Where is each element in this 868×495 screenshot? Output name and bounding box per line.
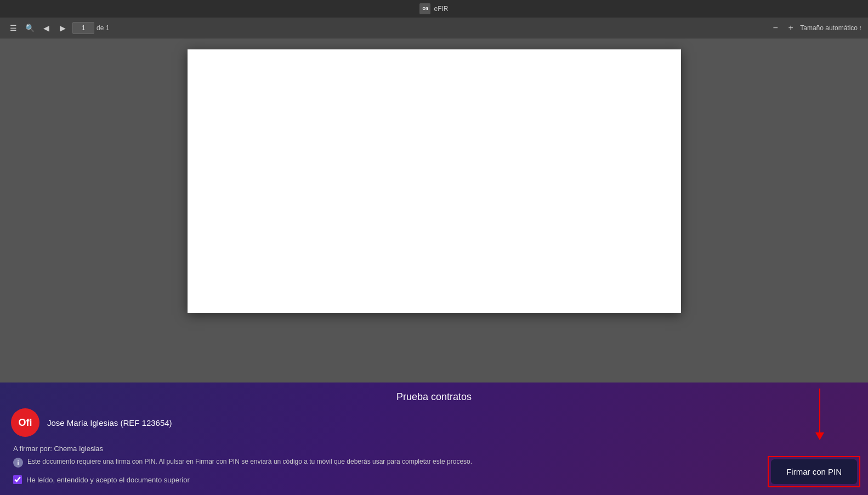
zoom-in-icon: + [788, 23, 793, 33]
next-page-icon: ▶ [60, 24, 66, 32]
zoom-out-button[interactable]: − [769, 22, 781, 34]
search-button[interactable]: 🔍 [23, 21, 36, 35]
toolbar-right: − + Tamaño automático ⁝ [769, 22, 861, 34]
zoom-in-button[interactable]: + [785, 22, 797, 34]
zoom-selector[interactable]: Tamaño automático ⁝ [800, 24, 861, 32]
info-icon: i [13, 458, 23, 468]
sidebar-toggle-button[interactable]: ☰ [7, 21, 20, 35]
pin-notice-text: Este documento requiere una firma con PI… [27, 457, 472, 466]
arrow-annotation [815, 389, 824, 440]
document-title: Prueba contratos [0, 383, 868, 408]
pin-notice: i Este documento requiere una firma con … [13, 457, 857, 468]
next-page-button[interactable]: ▶ [56, 21, 69, 35]
avatar: Ofi [11, 408, 39, 437]
bottom-panel: Prueba contratos Ofi Jose María Iglesias… [0, 383, 868, 495]
info-section: A firmar por: Chema Iglesias i Este docu… [11, 445, 857, 484]
page-number-input[interactable] [72, 22, 94, 34]
pdf-viewer [0, 38, 868, 383]
zoom-dropdown-icon: ⁝ [860, 25, 861, 31]
accept-label: He leído, entendido y acepto el document… [26, 476, 190, 484]
prev-page-icon: ◀ [43, 24, 49, 32]
prev-page-button[interactable]: ◀ [39, 21, 53, 35]
sign-button-container: Firmar con PIN [771, 459, 857, 484]
accept-checkbox[interactable] [13, 475, 22, 484]
title-bar: Ofi eFIR [0, 0, 868, 18]
zoom-value-label: Tamaño automático [800, 24, 858, 32]
red-line [819, 389, 820, 432]
user-name: Jose María Iglesias (REF 123654) [47, 418, 172, 428]
sign-button-wrapper: Firmar con PIN [771, 459, 857, 484]
page-input-group: de 1 [72, 22, 109, 34]
search-icon: 🔍 [25, 24, 35, 32]
user-row: Ofi Jose María Iglesias (REF 123654) [11, 408, 857, 437]
sign-with-pin-button[interactable]: Firmar con PIN [771, 459, 857, 484]
bottom-panel-wrapper: Prueba contratos Ofi Jose María Iglesias… [0, 383, 868, 495]
zoom-out-icon: − [773, 23, 778, 33]
toolbar-left: ☰ 🔍 ◀ ▶ de 1 [7, 21, 109, 35]
bottom-content: Ofi Jose María Iglesias (REF 123654) A f… [0, 408, 868, 495]
app-icon: Ofi [419, 3, 430, 14]
pdf-toolbar: ☰ 🔍 ◀ ▶ de 1 − + Tamaño automático ⁝ [0, 18, 868, 38]
signer-label: A firmar por: Chema Iglesias [13, 445, 857, 453]
title-bar-content: Ofi eFIR [419, 3, 448, 14]
pdf-page [188, 49, 681, 313]
sidebar-icon: ☰ [10, 24, 17, 32]
page-total-label: de 1 [97, 24, 109, 32]
accept-row: He leído, entendido y acepto el document… [13, 475, 857, 484]
title-bar-label: eFIR [434, 5, 448, 13]
red-arrow [815, 432, 824, 440]
